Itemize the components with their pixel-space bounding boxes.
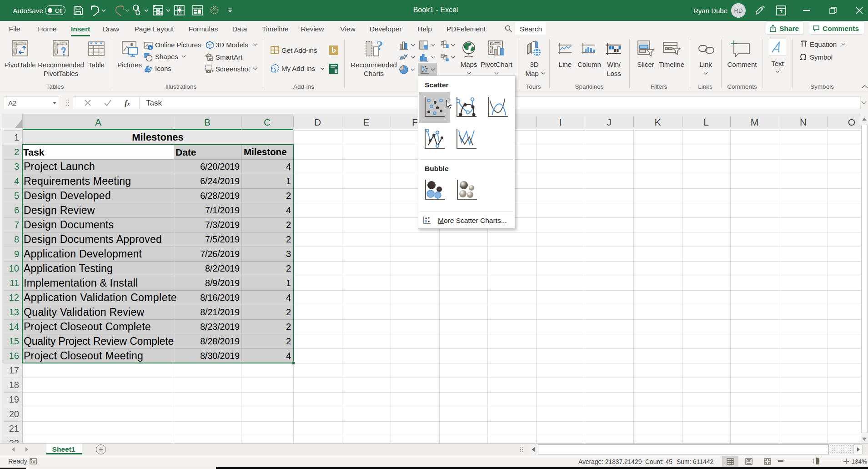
svg-text:*: *: [153, 5, 156, 10]
svg-text:e: e: [150, 45, 151, 50]
svg-text:?: ?: [376, 40, 383, 53]
